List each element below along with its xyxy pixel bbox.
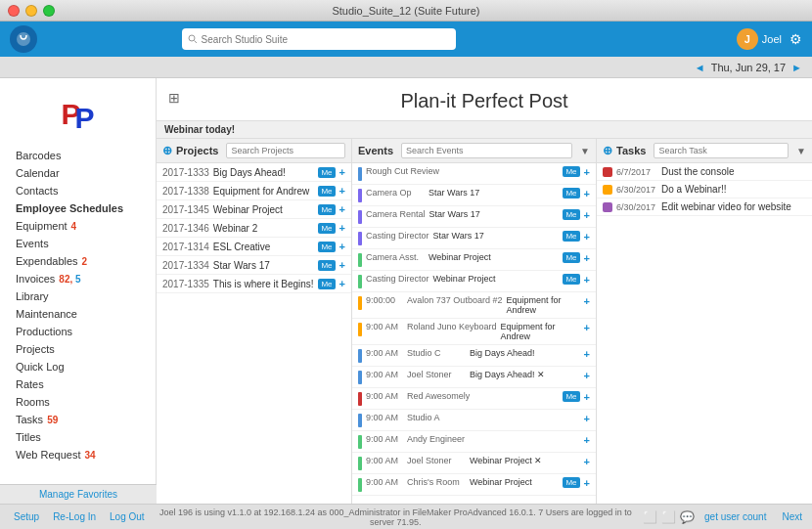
record-icon: ⬜ <box>643 510 657 524</box>
settings-button[interactable]: ⚙ <box>789 31 802 47</box>
tasks-add-icon[interactable]: ⊕ <box>603 144 612 157</box>
event-color <box>358 323 362 336</box>
page-title-bar: ⊞ Plan-it Perfect Post <box>157 78 812 121</box>
event-color <box>358 296 362 310</box>
equipment-badge: 4 <box>71 221 77 232</box>
list-item[interactable]: 9:00 AM Joel Stoner Big Days Ahead! ✕ + <box>352 367 596 388</box>
tasks-title: Tasks <box>616 145 646 156</box>
main-layout: P P Barcodes Calendar Contacts Employee … <box>0 78 812 504</box>
sidebar-item-maintenance[interactable]: Maintenance <box>0 305 156 323</box>
list-item[interactable]: 9:00 AM Chris's Room Webinar Project Me … <box>352 474 596 496</box>
sidebar-item-rooms[interactable]: Rooms <box>0 393 156 411</box>
list-item[interactable]: 9:00 AM Andy Engineer + <box>352 431 596 453</box>
search-input[interactable] <box>202 34 450 45</box>
expendables-badge: 2 <box>82 256 88 267</box>
minimize-button[interactable] <box>25 5 37 17</box>
list-item[interactable]: 9:00 AM Roland Juno Keyboard Equipment f… <box>352 319 596 345</box>
maximize-button[interactable] <box>43 5 55 17</box>
event-color <box>358 349 362 363</box>
sidebar-item-productions[interactable]: Productions <box>0 323 156 340</box>
events-body: Rough Cut Review Me + Camera Op Star War… <box>352 163 596 504</box>
events-filter-icon[interactable]: ▼ <box>580 146 590 156</box>
projects-search[interactable] <box>226 143 345 158</box>
sidebar-item-titles[interactable]: Titles <box>0 428 156 446</box>
projects-panel: ⊕ Projects ▼ 2017-1333 Big Days Ahead! M… <box>157 139 352 504</box>
event-color <box>358 392 362 406</box>
nav-icon: ⬜ <box>661 510 676 524</box>
user-avatar: J <box>737 28 758 50</box>
event-color <box>358 210 362 224</box>
tasks-search[interactable] <box>654 143 789 158</box>
projects-add-icon[interactable]: ⊕ <box>162 144 172 157</box>
search-bar[interactable] <box>182 28 456 50</box>
list-item[interactable]: Camera Rental Star Wars 17 Me + <box>352 206 596 228</box>
next-button[interactable]: Next <box>782 511 802 522</box>
list-item[interactable]: 9:00:00 Avalon 737 Outboard #2 Equipment… <box>352 292 596 319</box>
task-color <box>603 167 612 177</box>
window-title: Studio_Suite_12 (Suite Future) <box>332 5 479 17</box>
search-icon <box>188 34 198 44</box>
list-item[interactable]: 9:00 AM Red Awesomely Me + <box>352 388 596 410</box>
table-row[interactable]: 2017-1314 ESL Creative Me + <box>157 238 351 256</box>
list-item[interactable]: 6/30/2017 Do a Webinar!! <box>597 181 812 198</box>
relog-button[interactable]: Re-Log In <box>49 511 100 522</box>
window-controls[interactable] <box>8 5 55 17</box>
sidebar-item-rates[interactable]: Rates <box>0 375 156 393</box>
tasks-filter-icon[interactable]: ▼ <box>796 146 806 156</box>
event-color <box>358 232 362 245</box>
date-label: Thu, Jun 29, 17 <box>711 62 786 73</box>
close-button[interactable] <box>8 5 20 17</box>
bottom-icons: ⬜ ⬜ 💬 <box>643 510 695 524</box>
table-row[interactable]: 2017-1338 Equipment for Andrew Me + <box>157 182 351 200</box>
date-prev-arrow[interactable]: ◄ <box>695 62 705 73</box>
sidebar-item-tasks[interactable]: Tasks 59 <box>0 411 156 428</box>
list-item[interactable]: 9:00 AM Studio C Big Days Ahead! + <box>352 345 596 367</box>
table-row[interactable]: 2017-1345 Webinar Project Me + <box>157 200 351 219</box>
sidebar-item-library[interactable]: Library <box>0 287 156 305</box>
sidebar-item-employee-schedules[interactable]: Employee Schedules <box>0 199 156 217</box>
event-color <box>358 414 362 427</box>
sidebar-item-projects[interactable]: Projects <box>0 340 156 358</box>
tasks-body: 6/7/2017 Dust the console 6/30/2017 Do a… <box>597 163 812 504</box>
table-row[interactable]: 2017-1346 Webinar 2 Me + <box>157 219 351 238</box>
list-item[interactable]: 9:00 AM Joel Stoner Webinar Project ✕ + <box>352 453 596 474</box>
event-color <box>358 275 362 288</box>
sidebar-item-equipment[interactable]: Equipment 4 <box>0 217 156 235</box>
setup-button[interactable]: Setup <box>10 511 43 522</box>
list-item[interactable]: Camera Op Star Wars 17 Me + <box>352 185 596 206</box>
manage-favorites-link[interactable]: Manage Favorites <box>39 489 117 500</box>
sidebar-item-invoices[interactable]: Invoices 82, 5 <box>0 270 156 287</box>
sidebar-item-expendables[interactable]: Expendables 2 <box>0 252 156 270</box>
table-row[interactable]: 2017-1334 Star Wars 17 Me + <box>157 256 351 275</box>
table-row[interactable]: 2017-1335 This is where it Begins! Me + <box>157 275 351 293</box>
sidebar-item-barcodes[interactable]: Barcodes <box>0 147 156 164</box>
list-item[interactable]: 9:00 AM Studio A + <box>352 410 596 431</box>
projects-body: 2017-1333 Big Days Ahead! Me + 2017-1338… <box>157 163 351 504</box>
list-item[interactable]: Camera Asst. Webinar Project Me + <box>352 249 596 271</box>
sidebar-item-quicklog[interactable]: Quick Log <box>0 358 156 375</box>
sidebar-item-webrequest[interactable]: Web Request 34 <box>0 446 156 463</box>
table-row[interactable]: 2017-1333 Big Days Ahead! Me + <box>157 163 351 182</box>
content-area: ⊞ Plan-it Perfect Post Webinar today! ⊕ … <box>157 78 812 504</box>
user-menu[interactable]: J Joel <box>737 28 782 50</box>
list-item[interactable]: Casting Director Star Wars 17 Me + <box>352 228 596 249</box>
projects-panel-header: ⊕ Projects ▼ <box>157 139 351 163</box>
bottom-bar: Setup Re-Log In Log Out Joel 196 is usin… <box>0 504 812 529</box>
status-text: Joel 196 is using v1.1.0 at 192.168.1.24… <box>155 507 637 527</box>
tasks-panel: ⊕ Tasks ▼ 6/7/2017 Dust the console 6/30… <box>597 139 812 504</box>
sidebar-item-contacts[interactable]: Contacts <box>0 182 156 199</box>
grid-icon[interactable]: ⊞ <box>168 90 180 106</box>
get-user-count-button[interactable]: get user count <box>700 511 770 522</box>
events-search[interactable] <box>401 143 572 158</box>
invoices-badge: 82, 5 <box>59 274 80 285</box>
list-item[interactable]: 6/7/2017 Dust the console <box>597 163 812 181</box>
list-item[interactable]: Rough Cut Review Me + <box>352 163 596 185</box>
list-item[interactable]: Casting Director Webinar Project Me + <box>352 271 596 292</box>
logout-button[interactable]: Log Out <box>106 511 149 522</box>
tasks-badge: 59 <box>47 415 58 425</box>
sidebar-item-calendar[interactable]: Calendar <box>0 164 156 182</box>
list-item[interactable]: 6/30/2017 Edit webinar video for website <box>597 198 812 216</box>
projects-title: Projects <box>176 145 218 156</box>
sidebar-item-events[interactable]: Events <box>0 235 156 252</box>
date-next-arrow[interactable]: ► <box>791 62 802 73</box>
